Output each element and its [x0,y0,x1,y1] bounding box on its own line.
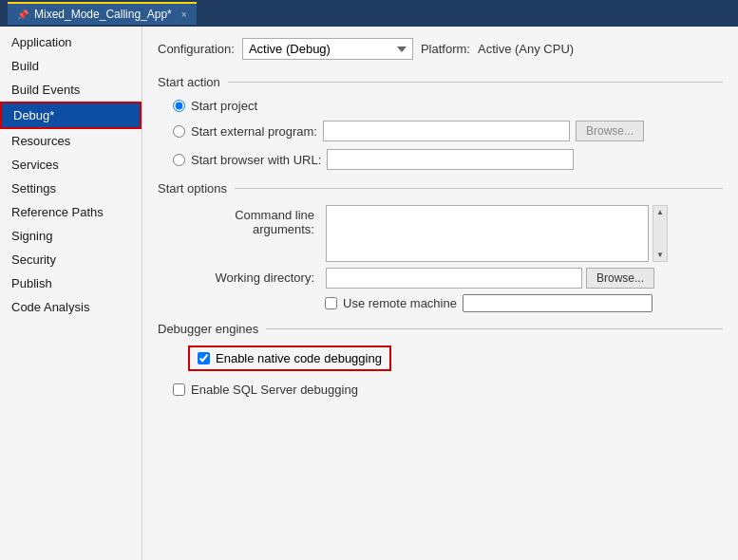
radio-start-external-item: Start external program: Browse... [173,121,723,141]
start-action-header: Start action [158,75,723,89]
radio-start-external-label[interactable]: Start external program: [191,124,317,139]
start-options-header: Start options [158,181,723,196]
sidebar: Application Build Build Events Debug* Re… [0,27,142,560]
remote-machine-input[interactable] [463,294,653,312]
sidebar-item-build[interactable]: Build [0,54,142,78]
sidebar-item-signing[interactable]: Signing [0,224,142,248]
radio-start-project[interactable] [173,100,185,112]
radio-start-browser-item: Start browser with URL: [173,149,723,170]
enable-native-checkbox[interactable] [198,352,210,364]
sidebar-item-resources[interactable]: Resources [0,129,142,153]
debugger-engines-section: Debugger engines Enable native code debu… [158,322,723,397]
enable-sql-label[interactable]: Enable SQL Server debugging [191,383,358,397]
enable-sql-checkbox[interactable] [173,383,185,396]
workdir-value: Browse... [326,268,723,289]
content-panel: Configuration: Active (Debug) Platform: … [142,27,738,560]
radio-start-browser[interactable] [173,154,185,166]
close-icon[interactable]: × [181,9,187,20]
remote-machine-row: Use remote machine [325,294,723,312]
start-browser-input[interactable] [327,149,574,170]
sidebar-item-application[interactable]: Application [0,30,142,54]
debugger-engines-header: Debugger engines [158,322,723,336]
scroll-down-icon: ▼ [656,251,664,259]
remote-machine-checkbox[interactable] [325,297,337,309]
main-container: Application Build Build Events Debug* Re… [0,27,738,560]
cmdargs-label: Command line arguments: [173,205,320,236]
sidebar-item-debug[interactable]: Debug* [0,102,142,129]
configuration-select[interactable]: Active (Debug) [242,38,413,60]
cmdargs-row: Command line arguments: ▲ ▼ [173,205,723,262]
workdir-label: Working directory: [173,268,320,285]
scroll-up-icon: ▲ [656,208,664,216]
workdir-row: Working directory: Browse... [173,268,723,289]
enable-native-row: Enable native code debugging [188,345,391,371]
sidebar-item-code-analysis[interactable]: Code Analysis [0,295,142,319]
radio-start-project-item: Start project [173,99,723,113]
sidebar-item-publish[interactable]: Publish [0,271,142,295]
pin-icon: 📌 [17,9,28,20]
enable-native-label[interactable]: Enable native code debugging [216,351,382,365]
start-action-group: Start project Start external program: Br… [173,99,723,170]
title-bar: 📌 Mixed_Mode_Calling_App* × [0,0,738,27]
sidebar-item-settings[interactable]: Settings [0,177,142,200]
browse-external-button[interactable]: Browse... [576,121,644,141]
config-row: Configuration: Active (Debug) Platform: … [158,38,723,60]
remote-machine-label[interactable]: Use remote machine [343,296,457,310]
radio-start-browser-label[interactable]: Start browser with URL: [191,153,321,167]
platform-label: Platform: [421,42,470,56]
tab-label: Mixed_Mode_Calling_App* [34,8,172,21]
enable-sql-row: Enable SQL Server debugging [173,383,723,397]
start-external-input[interactable] [323,121,570,141]
sidebar-item-services[interactable]: Services [0,153,142,177]
radio-start-project-label[interactable]: Start project [191,99,257,113]
radio-start-external[interactable] [173,125,185,138]
title-tab[interactable]: 📌 Mixed_Mode_Calling_App* × [8,2,197,25]
cmdargs-textarea[interactable] [326,205,649,262]
platform-value: Active (Any CPU) [478,42,574,56]
sidebar-item-build-events[interactable]: Build Events [0,78,142,102]
textarea-scrollbar[interactable]: ▲ ▼ [653,205,668,262]
enable-native-container: Enable native code debugging [173,345,723,377]
sidebar-item-security[interactable]: Security [0,248,142,271]
sidebar-item-reference-paths[interactable]: Reference Paths [0,200,142,224]
browse-workdir-button[interactable]: Browse... [586,268,654,289]
workdir-input[interactable] [326,268,582,289]
configuration-label: Configuration: [158,42,235,56]
cmdargs-value: ▲ ▼ [326,205,723,262]
